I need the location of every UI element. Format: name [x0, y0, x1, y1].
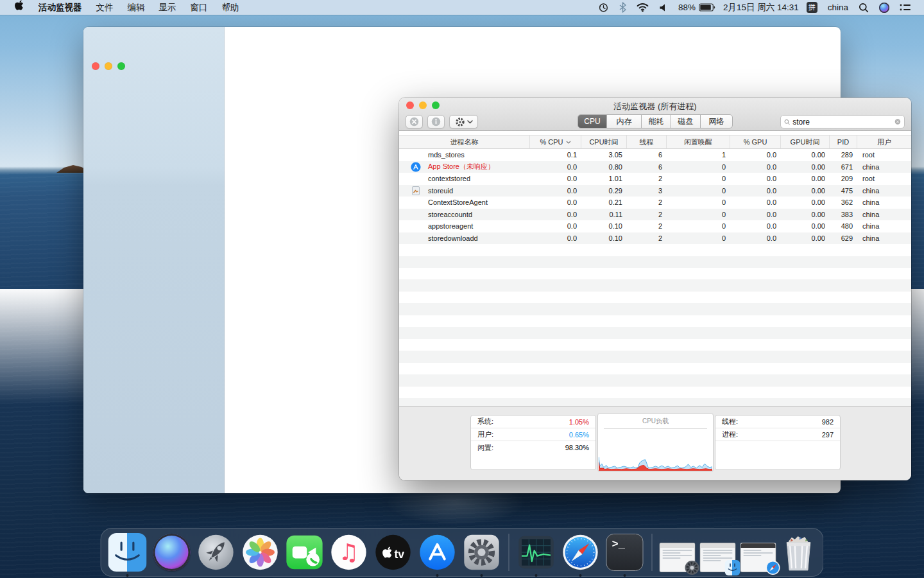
column-header-pid[interactable]: PID	[829, 136, 857, 148]
thumb-titlebar	[701, 543, 735, 548]
menu-help[interactable]: 帮助	[215, 0, 246, 15]
dock-item-siri[interactable]	[152, 532, 192, 572]
column-header-process-name[interactable]: 进程名称	[399, 136, 529, 148]
svg-text:♫: ♫	[339, 539, 359, 565]
menu-app-name[interactable]: 活动监视器	[31, 0, 89, 15]
process-row[interactable]: mds_stores0.13.05610.00.00289root	[399, 149, 911, 161]
safari-icon	[561, 533, 600, 572]
menu-view[interactable]: 显示	[152, 0, 184, 15]
menu-datetime[interactable]: 2月15日 周六 14:31	[721, 0, 801, 15]
quit-process-button[interactable]	[406, 115, 423, 128]
spotlight-search-icon[interactable]	[853, 0, 874, 15]
time-machine-icon[interactable]	[593, 0, 614, 15]
dock-item-terminal[interactable]: >_	[605, 532, 645, 572]
menu-edit[interactable]: 编辑	[121, 0, 152, 15]
settings-dropdown-button[interactable]	[449, 115, 478, 128]
tab-cpu[interactable]: CPU	[578, 115, 606, 128]
activity-monitor-window[interactable]: 活动监视器 (所有进程) CPU 内存 能耗 磁盘 网络	[399, 98, 911, 480]
dock-item-launchpad[interactable]	[196, 532, 236, 572]
column-header-gpu[interactable]: % GPU	[730, 136, 780, 148]
process-row[interactable]: contextstored0.01.01200.00.00209root	[399, 173, 911, 185]
column-header-threads[interactable]: 线程	[626, 136, 666, 148]
notification-list-icon[interactable]	[894, 0, 916, 15]
cell-pid: 475	[829, 187, 857, 195]
cell-user: root	[857, 151, 911, 159]
minimize-button[interactable]	[105, 62, 112, 70]
process-row[interactable]: appstoreagent0.00.10200.00.00480china	[399, 220, 911, 232]
apple-menu[interactable]	[8, 0, 31, 15]
input-source-label[interactable]: china	[823, 0, 853, 15]
tab-memory[interactable]: 内存	[606, 115, 641, 128]
column-header-user[interactable]: 用户	[857, 136, 911, 148]
app-store-icon	[411, 162, 421, 172]
dock-item-safari[interactable]	[561, 532, 601, 572]
stat-processes-label: 进程:	[722, 430, 738, 439]
tab-network[interactable]: 网络	[700, 115, 732, 128]
finder-badge-icon	[725, 560, 740, 575]
app-store-icon	[418, 533, 457, 572]
tab-disk[interactable]: 磁盘	[671, 115, 700, 128]
bluetooth-icon[interactable]	[614, 0, 631, 15]
cell-threads: 2	[626, 211, 666, 218]
cell-pct-cpu: 0.0	[529, 187, 581, 195]
cell-user: china	[857, 222, 911, 230]
background-window-traffic-lights	[92, 62, 125, 70]
stat-idle-value: 98.30%	[565, 444, 589, 451]
process-row[interactable]: storeuid0.00.29300.00.00475china	[399, 185, 911, 197]
trash-full-icon	[782, 533, 816, 572]
cell-pid: 209	[829, 175, 857, 182]
cell-idle-wake: 0	[666, 163, 730, 171]
siri-icon[interactable]	[874, 0, 894, 15]
menu-file[interactable]: 文件	[89, 0, 121, 15]
dock-item-facetime[interactable]	[285, 532, 325, 572]
minimized-system-preferences-window[interactable]	[660, 543, 696, 572]
minimized-safari-window[interactable]	[740, 543, 776, 572]
cell-pct-cpu: 0.0	[529, 163, 581, 171]
dock-item-app-store[interactable]	[418, 532, 458, 572]
zoom-button[interactable]	[117, 62, 125, 70]
running-indicator	[579, 574, 582, 577]
dock-item-trash[interactable]	[781, 532, 817, 572]
process-name: storeaccountd	[428, 211, 472, 218]
process-row[interactable]: storedownloadd0.00.10200.00.00629china	[399, 232, 911, 245]
close-button[interactable]	[92, 62, 99, 70]
cell-idle-wake: 0	[666, 234, 730, 242]
search-input[interactable]	[792, 118, 892, 127]
dock-item-system-preferences[interactable]	[462, 532, 502, 572]
column-header-idle-wake[interactable]: 闲置唤醒	[666, 136, 730, 148]
background-window-sidebar	[83, 27, 225, 493]
dock-item-apple-tv[interactable]: tv	[373, 532, 413, 572]
process-row[interactable]: App Store（未响应）0.00.80600.00.00671china	[399, 161, 911, 173]
stat-user-value: 0.65%	[569, 431, 589, 439]
tab-energy[interactable]: 能耗	[641, 115, 671, 128]
minimized-finder-window[interactable]	[700, 543, 736, 572]
tab-cpu-label: CPU	[584, 117, 600, 126]
input-method-icon[interactable]: 拼	[801, 0, 823, 15]
column-label: GPU时间	[791, 137, 820, 147]
dock-item-music[interactable]: ♫	[329, 532, 369, 572]
process-row[interactable]: ContextStoreAgent0.00.21200.00.00362chin…	[399, 197, 911, 209]
menu-window[interactable]: 窗口	[184, 0, 215, 15]
column-header-gpu-time[interactable]: GPU时间	[780, 136, 829, 148]
dock-item-finder[interactable]	[108, 532, 148, 572]
clear-search-icon[interactable]	[894, 118, 901, 126]
dock: ♫ tv	[101, 528, 824, 577]
volume-icon[interactable]	[654, 0, 673, 15]
dock-item-activity-monitor[interactable]	[517, 532, 556, 572]
column-header-cpu[interactable]: % CPU	[529, 136, 581, 148]
wifi-icon[interactable]	[631, 0, 654, 15]
column-header-cpu-time[interactable]: CPU时间	[581, 136, 626, 148]
process-no-icon	[411, 209, 421, 220]
thumb-titlebar	[660, 543, 695, 548]
graph-title: CPU负载	[598, 414, 713, 426]
cell-idle-wake: 0	[666, 198, 730, 206]
siri-orb	[879, 3, 889, 13]
inspect-process-button[interactable]	[427, 115, 445, 128]
cell-idle-wake: 0	[666, 187, 730, 195]
dock-item-photos[interactable]	[241, 532, 280, 572]
music-icon: ♫	[330, 533, 368, 572]
search-field[interactable]	[780, 115, 905, 128]
process-row[interactable]: storeaccountd0.00.11200.00.00383china	[399, 209, 911, 221]
stat-user-label: 用户:	[477, 430, 493, 439]
battery-status[interactable]: 88%	[673, 0, 721, 15]
